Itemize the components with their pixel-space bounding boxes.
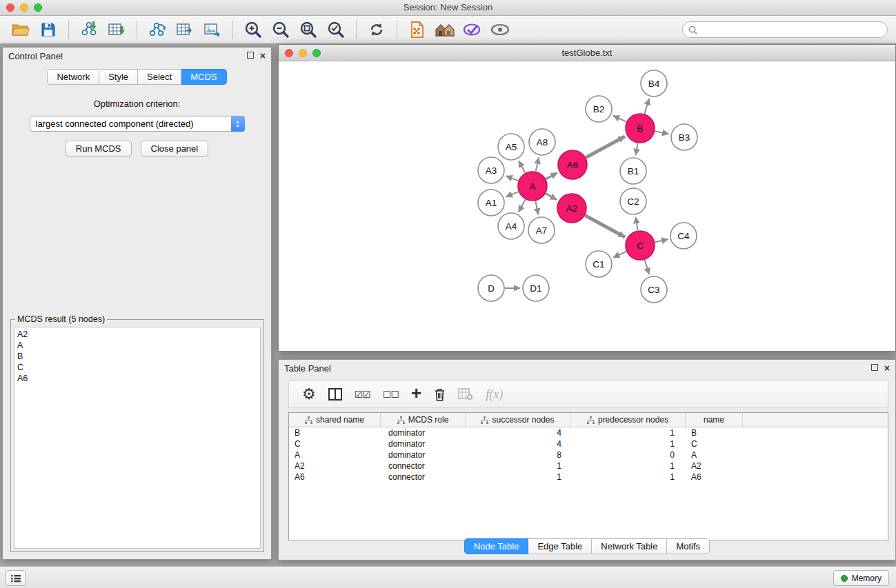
table-row[interactable]: A6connector11A6 (289, 472, 888, 483)
graph-edge-C-C2[interactable] (636, 217, 638, 231)
graph-edge-A-A6[interactable] (546, 173, 557, 179)
graph-node-D1[interactable]: D1 (523, 275, 549, 301)
mcds-result-item[interactable]: A (14, 340, 260, 351)
export-network-button[interactable] (147, 19, 168, 40)
unselect-all-button[interactable]: ☐☐ (383, 389, 399, 400)
tab-network-table[interactable]: Network Table (592, 538, 667, 554)
tab-node-table[interactable]: Node Table (464, 538, 529, 554)
float-panel-button[interactable] (247, 52, 254, 60)
tab-select[interactable]: Select (138, 69, 181, 85)
graph-edge-B-B2[interactable] (613, 116, 626, 122)
add-column-button[interactable]: + (411, 383, 421, 404)
zoom-selected-button[interactable] (326, 19, 346, 40)
column-header[interactable]: successor nodes (466, 413, 570, 427)
graph-node-A5[interactable]: A5 (498, 134, 524, 160)
graph-node-A2[interactable]: A2 (557, 194, 586, 223)
graph-edge-A2-C[interactable] (585, 216, 625, 237)
graph-node-C1[interactable]: C1 (586, 251, 612, 277)
select-all-button[interactable]: ☑☑ (355, 389, 370, 400)
graph-node-A1[interactable]: A1 (478, 190, 504, 216)
graph-node-C[interactable]: C (626, 231, 655, 260)
table-row[interactable]: A2connector11A2 (289, 460, 888, 472)
graph-edge-A-A8[interactable] (536, 157, 539, 171)
mcds-result-item[interactable]: A6 (14, 373, 260, 384)
graph-node-C4[interactable]: C4 (670, 223, 697, 249)
close-table-panel-icon[interactable]: × (884, 363, 890, 373)
close-panel-button[interactable]: Close panel (141, 141, 209, 156)
float-table-panel-button[interactable] (871, 364, 878, 372)
show-hide-button[interactable] (490, 19, 510, 40)
import-network-button[interactable] (79, 19, 99, 40)
zoom-in-button[interactable] (243, 19, 263, 40)
graph-edge-C-C4[interactable] (655, 239, 668, 242)
graph-edge-B-B1[interactable] (636, 143, 638, 156)
mcds-result-item[interactable]: C (14, 362, 260, 373)
tab-edge-table[interactable]: Edge Table (528, 538, 592, 554)
graph-edge-B-B4[interactable] (644, 99, 649, 114)
graph-node-A3[interactable]: A3 (478, 157, 504, 183)
home-networks-button[interactable] (435, 19, 455, 40)
graph-node-A7[interactable]: A7 (528, 217, 555, 243)
graph-node-C3[interactable]: C3 (641, 276, 667, 303)
tab-mcds[interactable]: MCDS (181, 69, 226, 85)
graph-edge-A-A1[interactable] (506, 192, 518, 196)
show-panel-list-button[interactable] (6, 570, 26, 586)
network-graph[interactable]: B4B2BB3A5A8A6A3B1AC2A1A2A4A7C4CC1DD1C3 (279, 61, 895, 350)
show-columns-button[interactable] (328, 388, 342, 401)
graph-node-A6[interactable]: A6 (558, 150, 587, 179)
network-canvas[interactable]: B4B2BB3A5A8A6A3B1AC2A1A2A4A7C4CC1DD1C3 (279, 61, 895, 350)
zoom-out-button[interactable] (270, 19, 291, 40)
tab-style[interactable]: Style (99, 69, 138, 85)
open-session-button[interactable] (10, 19, 31, 40)
close-panel-icon[interactable]: × (260, 51, 266, 61)
graph-edge-A-A3[interactable] (506, 176, 518, 181)
export-image-button[interactable] (202, 19, 223, 40)
table-row[interactable]: Bdominator41B (289, 427, 888, 438)
graph-node-B2[interactable]: B2 (586, 96, 612, 122)
mcds-result-item[interactable]: A2 (14, 329, 260, 340)
graph-node-B1[interactable]: B1 (620, 158, 646, 184)
column-header[interactable]: predecessor nodes (570, 413, 686, 427)
hide-analyzer-button[interactable] (462, 19, 483, 40)
graph-node-D[interactable]: D (478, 275, 504, 301)
graph-node-A4[interactable]: A4 (498, 213, 524, 239)
network-file-button[interactable] (407, 19, 428, 40)
delete-table-button[interactable] (458, 388, 473, 401)
run-mcds-button[interactable]: Run MCDS (66, 141, 132, 156)
export-table-button[interactable] (175, 19, 195, 40)
column-header[interactable]: shared name (289, 413, 381, 427)
table-row[interactable]: Adominator80A (289, 449, 888, 460)
graph-edge-C-C1[interactable] (613, 252, 626, 258)
network-window-titlebar[interactable]: testGlobe.txt (279, 45, 895, 61)
graph-node-C2[interactable]: C2 (620, 188, 646, 214)
criterion-dropdown[interactable]: largest connected component (directed) ▲… (30, 116, 245, 132)
tab-motifs[interactable]: Motifs (667, 538, 710, 554)
graph-node-B3[interactable]: B3 (671, 124, 697, 150)
graph-node-A8[interactable]: A8 (529, 129, 555, 155)
save-session-button[interactable] (38, 19, 59, 40)
graph-node-B4[interactable]: B4 (641, 70, 667, 97)
graph-edge-A-A2[interactable] (546, 194, 557, 200)
import-table-button[interactable] (106, 19, 127, 40)
apply-layout-button[interactable] (366, 19, 387, 40)
node-table[interactable]: shared name MCDS role successor nodes pr… (288, 412, 888, 540)
graph-node-A[interactable]: A (518, 172, 547, 201)
delete-column-button[interactable] (434, 387, 446, 401)
mcds-result-item[interactable]: B (14, 351, 260, 362)
table-row[interactable]: Cdominator41C (289, 438, 888, 449)
search-field[interactable] (682, 21, 888, 38)
table-settings-button[interactable]: ⚙ (302, 385, 316, 403)
zoom-fit-button[interactable] (298, 19, 319, 40)
graph-edge-A-A4[interactable] (519, 199, 526, 212)
graph-edge-A-A7[interactable] (535, 201, 538, 215)
memory-button[interactable]: Memory (833, 570, 889, 586)
tab-network[interactable]: Network (47, 69, 99, 85)
search-input[interactable] (701, 24, 882, 35)
column-header[interactable]: name (686, 413, 743, 427)
graph-edge-C-C3[interactable] (645, 260, 650, 274)
graph-edge-A-A5[interactable] (519, 161, 526, 172)
column-header[interactable]: MCDS role (381, 413, 466, 427)
graph-edge-A6-B[interactable] (586, 136, 625, 158)
mcds-result-list[interactable]: A2ABCA6 (14, 327, 261, 549)
graph-node-B[interactable]: B (626, 114, 655, 143)
